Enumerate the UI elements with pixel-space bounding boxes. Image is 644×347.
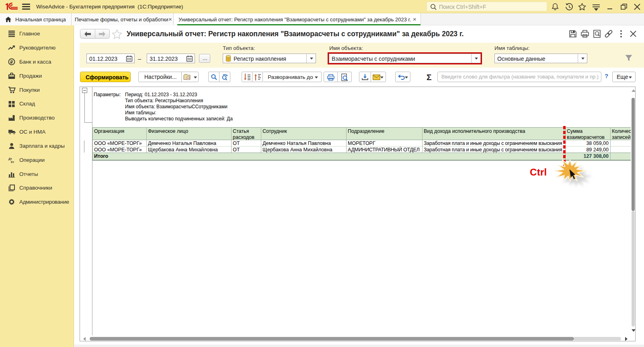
svg-text:₽: ₽ [10, 60, 13, 64]
svg-text:Кт: Кт [11, 160, 14, 164]
